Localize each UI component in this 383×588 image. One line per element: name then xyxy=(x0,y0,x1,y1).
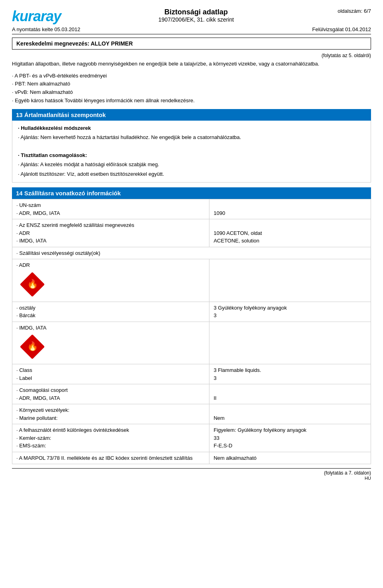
class-value: 3 Flammable liquids. 3 xyxy=(209,364,371,384)
imdg-diamond-label: · IMDG, IATA 🔥 xyxy=(12,322,209,364)
print-date: A nyomtatás kelte 05.03.2012 xyxy=(12,26,80,32)
felhasznalo-row: · A felhasználót érintő különleges óvint… xyxy=(12,424,371,452)
waste-header: · Hulladékkezelési módszerek xyxy=(18,124,365,132)
csomagolasi-label: · Csomagolási csoport · ADR, IMDG, IATA xyxy=(12,384,209,404)
waste-line1: · Ajánlás: Nem keverhető hozzá a háztart… xyxy=(18,133,365,141)
intro-text: Hígitatlan állapotban, illetve nagyobb m… xyxy=(12,60,371,68)
header-dates: A nyomtatás kelte 05.03.2012 Felülvizsgá… xyxy=(12,26,371,34)
ensz-label: · Az ENSZ szerinti megfelelő szállítási … xyxy=(12,219,209,247)
section13-content: · Hulladékkezelési módszerek · Ajánlás: … xyxy=(12,121,371,183)
review-date: Felülvizsgálat 01.04.2012 xyxy=(312,26,371,32)
transport-class-label: · Szállítási veszélyességi osztály(ok) xyxy=(12,247,371,259)
marpol-label: · A MARPOL 73/78 II. melléklete és az IB… xyxy=(12,452,209,464)
pbt-block: · A PBT- és a vPvB-értékelés eredményei … xyxy=(12,72,371,105)
section14-table: · UN-szám · ADR, IMDG, IATA 1090 · Az EN… xyxy=(12,199,371,464)
osztaly-row: · osztály · Bárcák 3 Gyúlékony folyékony… xyxy=(12,302,371,322)
svg-text:🔥: 🔥 xyxy=(27,341,38,352)
un-row: · UN-szám · ADR, IMDG, IATA 1090 xyxy=(12,199,371,219)
kornyezeti-row: · Környezeti veszélyek: · Marine polluta… xyxy=(12,404,371,424)
felhasznalo-label: · A felhasználót érintő különleges óvint… xyxy=(12,424,209,452)
osztaly-label: · osztály · Bárcák xyxy=(12,302,209,322)
continuation-note: (folytatás az 5. oldalról) xyxy=(12,53,371,58)
csomagolasi-row: · Csomagolási csoport · ADR, IMDG, IATA … xyxy=(12,384,371,404)
section14-header: 14 Szállításra vonatkozó információk xyxy=(12,187,371,199)
imdg-diamond-value xyxy=(209,322,371,364)
imdg-hazard-diamond: 🔥 xyxy=(20,335,44,359)
ensz-row: · Az ENSZ szerinti megfelelő szállítási … xyxy=(12,219,371,247)
osztaly-value: 3 Gyúlékony folyékony anyagok 3 xyxy=(209,302,371,322)
pbt-line3: · Egyéb káros hatások További lényeges i… xyxy=(12,97,371,105)
marpol-value: Nem alkalmazható xyxy=(209,452,371,464)
pbt-line1: · PBT: Nem alkalmazható xyxy=(12,80,371,88)
un-value: 1090 xyxy=(209,199,371,219)
document-title: Biztonsági adatlap 1907/2006/EK, 31. cik… xyxy=(61,8,331,23)
section13-header: 13 Ártalmatlanítási szempontok xyxy=(12,109,371,121)
adr-hazard-diamond: 🔥 xyxy=(20,272,44,296)
class-row: · Class · Label 3 Flammable liquids. 3 xyxy=(12,364,371,384)
imdg-diamond-row: · IMDG, IATA 🔥 xyxy=(12,322,371,364)
un-label: · UN-szám · ADR, IMDG, IATA xyxy=(12,199,209,219)
page-number: oldalszám: 6/7 xyxy=(331,8,371,14)
pbt-line2: · vPvB: Nem alkalmazható xyxy=(12,88,371,97)
footer-continuation: (folytatás a 7. oldalon) xyxy=(12,468,371,476)
company-logo: kuraray xyxy=(12,8,61,25)
kornyezeti-value: Nem xyxy=(209,404,371,424)
felhasznalo-value: Figyelem: Gyúlékony folyékony anyagok 33… xyxy=(209,424,371,452)
svg-text:🔥: 🔥 xyxy=(27,278,38,289)
product-title: Kereskedelmi megnevezés: ALLOY PRIMER xyxy=(12,38,371,50)
cleaning-line2: · Ajánlott tisztítószer: Víz, adott eset… xyxy=(18,170,365,178)
adr-diamond-row: · ADR 🔥 xyxy=(12,259,371,302)
csomagolasi-value: II xyxy=(209,384,371,404)
class-label: · Class · Label xyxy=(12,364,209,384)
cleaning-line1: · Ajánlás: A kezelés módját a hatósági e… xyxy=(18,160,365,169)
adr-diamond-value xyxy=(209,259,371,302)
transport-class-row: · Szállítási veszélyességi osztály(ok) xyxy=(12,247,371,259)
kornyezeti-label: · Környezeti veszélyek: · Marine polluta… xyxy=(12,404,209,424)
marpol-row: · A MARPOL 73/78 II. melléklete és az IB… xyxy=(12,452,371,464)
footer-lang: HU xyxy=(12,476,371,481)
cleaning-header: · Tisztítatlan csomagolások: xyxy=(18,151,365,159)
ensz-value: 1090 ACETON, oldat ACETONE, solution xyxy=(209,219,371,247)
adr-diamond-label: · ADR 🔥 xyxy=(12,259,209,302)
pbt-title: · A PBT- és a vPvB-értékelés eredményei xyxy=(12,72,371,80)
